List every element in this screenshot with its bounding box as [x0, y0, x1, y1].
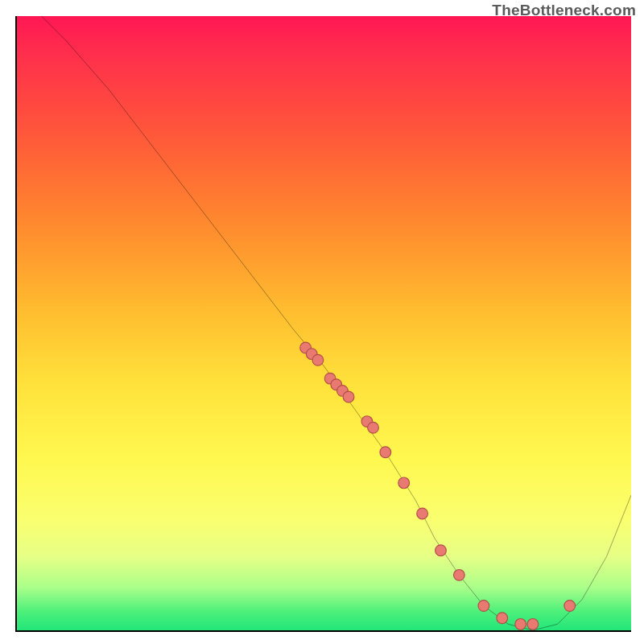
data-marker — [497, 613, 508, 624]
data-marker — [380, 447, 391, 458]
data-marker — [337, 386, 349, 397]
chart-svg — [17, 16, 631, 630]
data-marker — [312, 354, 324, 365]
data-marker — [398, 477, 410, 489]
data-marker — [343, 391, 354, 402]
data-marker — [527, 619, 539, 630]
marker-group — [300, 342, 576, 630]
curve-path — [42, 16, 631, 630]
data-marker — [324, 373, 336, 384]
chart-container: TheBottleneck.com — [0, 0, 644, 644]
data-marker — [478, 601, 489, 612]
data-marker — [306, 349, 317, 360]
plot-area — [15, 16, 631, 632]
data-marker — [515, 619, 526, 630]
data-marker — [300, 342, 312, 353]
data-marker — [453, 569, 464, 580]
data-marker — [368, 422, 379, 433]
data-marker — [331, 379, 342, 390]
data-marker — [564, 601, 576, 612]
data-marker — [436, 545, 447, 556]
data-marker — [361, 416, 373, 427]
data-marker — [417, 508, 428, 519]
